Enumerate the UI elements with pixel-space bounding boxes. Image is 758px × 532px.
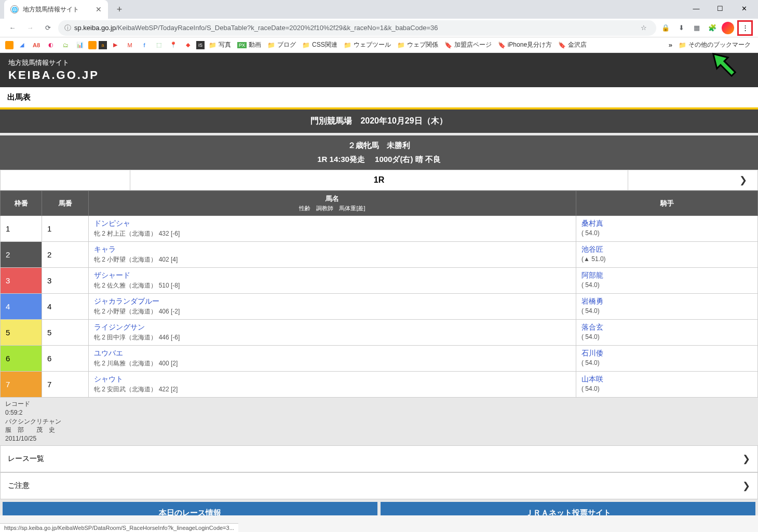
bookmark-icon[interactable]: f: [138, 40, 151, 50]
other-bookmarks[interactable]: 📁その他のブックマーク: [676, 40, 753, 49]
extension-icon[interactable]: 🧩: [706, 22, 719, 34]
waku-cell: 7: [1, 372, 42, 398]
jockey-link[interactable]: 石川倭: [581, 349, 603, 357]
bookmark-icon[interactable]: ⬚: [153, 40, 165, 50]
bookmark-item[interactable]: PX動画: [235, 40, 263, 49]
bookmark-folder[interactable]: 📁ウェブ関係: [395, 40, 440, 49]
horse-link[interactable]: ドンピシャ: [94, 219, 130, 227]
jockey-link[interactable]: 山本咲: [581, 375, 603, 383]
bookmarks-bar: ◢ A8 ◐ 🗂 📊 a ▶ M f ⬚ 📍 ◆ iS 📁写真 PX動画 📁ブロ…: [0, 37, 758, 53]
new-tab-button[interactable]: +: [112, 2, 127, 17]
bookmark-icon[interactable]: ◢: [16, 40, 28, 50]
record-line: レコード: [5, 400, 753, 408]
horse-link[interactable]: ライジングサン: [94, 323, 145, 331]
chevron-right-icon: ❯: [739, 174, 747, 186]
horse-detail: 牝 2 村上正（北海道） 432 [-6]: [94, 229, 571, 238]
jockey-link[interactable]: 池谷匠: [581, 245, 603, 253]
bookmark-icon[interactable]: 📊: [74, 40, 86, 50]
maximize-button[interactable]: ☐: [708, 0, 732, 17]
jockey-weight: ( 54.0): [581, 281, 752, 289]
uma-cell: 7: [42, 372, 89, 398]
close-icon[interactable]: ✕: [96, 5, 102, 13]
waku-cell: 5: [1, 320, 42, 346]
bookmark-folder[interactable]: 📁写真: [207, 40, 233, 49]
jockey-cell: 山本咲 ( 54.0): [576, 372, 758, 398]
bookmark-icon[interactable]: 🗂: [59, 40, 72, 50]
forward-button[interactable]: →: [23, 21, 37, 35]
horse-cell: ドンピシャ 牝 2 村上正（北海道） 432 [-6]: [89, 216, 576, 242]
back-button[interactable]: ←: [5, 21, 20, 35]
bookmark-overflow[interactable]: »: [669, 41, 672, 49]
waku-cell: 4: [1, 294, 42, 320]
today-race-button[interactable]: 本日のレース情報: [3, 502, 377, 515]
download-icon[interactable]: ⬇: [675, 22, 687, 34]
header-jockey: 騎手: [576, 191, 758, 216]
horse-link[interactable]: ザシャード: [94, 271, 130, 279]
site-subtitle: 地方競馬情報サイト: [8, 58, 750, 67]
bookmark-icon[interactable]: M: [124, 40, 136, 50]
race-nav-next[interactable]: ❯: [628, 170, 757, 190]
bookmark-icon[interactable]: [5, 41, 13, 49]
horse-cell: ユウバエ 牝 2 川島雅（北海道） 400 [2]: [89, 346, 576, 372]
plugin-icon[interactable]: ▦: [691, 22, 703, 34]
header-waku: 枠番: [1, 191, 42, 216]
bookmark-folder[interactable]: 📁ウェブツール: [342, 40, 393, 49]
bookmark-item[interactable]: 🔖iPhone見分け方: [496, 40, 554, 49]
bookmark-icon[interactable]: [88, 41, 97, 49]
jockey-cell: 岩橋勇 ( 54.0): [576, 294, 758, 320]
race-nav-prev[interactable]: [1, 170, 130, 190]
horse-cell: シャウト 牝 2 安田武（北海道） 422 [2]: [89, 372, 576, 398]
jockey-link[interactable]: 阿部龍: [581, 271, 603, 279]
star-icon[interactable]: ☆: [638, 22, 650, 34]
info-icon: ⓘ: [64, 23, 71, 33]
header-horse: 馬名性齢 調教師 馬体重[差]: [89, 191, 576, 216]
profile-avatar[interactable]: [722, 22, 734, 34]
jockey-link[interactable]: 落合玄: [581, 323, 603, 331]
bookmark-icon[interactable]: 📍: [167, 40, 180, 50]
bookmark-icon[interactable]: ▶: [109, 40, 121, 50]
chevron-right-icon: ❯: [742, 453, 750, 465]
horse-link[interactable]: ジャカランダブルー: [94, 297, 159, 305]
bookmark-folder[interactable]: 📁CSS関連: [300, 40, 340, 49]
browser-tab[interactable]: 🌐 地方競馬情報サイト ✕: [4, 0, 108, 19]
record-line: 2011/10/25: [5, 434, 753, 443]
uma-cell: 5: [42, 320, 89, 346]
bookmark-icon[interactable]: iS: [196, 41, 205, 49]
table-row: 2 2 キャラ 牝 2 小野望（北海道） 402 [4] 池谷匠 (▲ 51.0…: [1, 242, 758, 268]
horse-link[interactable]: シャウト: [94, 375, 123, 383]
notice-accordion[interactable]: ご注意 ❯: [0, 472, 758, 499]
race-list-accordion[interactable]: レース一覧 ❯: [0, 445, 758, 472]
url-input[interactable]: ⓘ sp.keiba.go.jp/KeibaWebSP/TodayRaceInf…: [58, 20, 656, 36]
lock-icon[interactable]: 🔒: [659, 22, 672, 34]
horse-cell: ザシャード 牝 2 佐久雅（北海道） 510 [-8]: [89, 268, 576, 294]
bookmark-icon[interactable]: ◆: [182, 40, 194, 50]
jockey-link[interactable]: 桑村真: [581, 219, 603, 227]
jockey-cell: 桑村真 ( 54.0): [576, 216, 758, 242]
horse-link[interactable]: ユウバエ: [94, 349, 123, 357]
waku-cell: 6: [1, 346, 42, 372]
horse-detail: 牝 2 田中淳（北海道） 446 [-6]: [94, 333, 571, 342]
bookmark-icon[interactable]: A8: [30, 40, 43, 50]
bookmark-icon[interactable]: ◐: [45, 40, 57, 50]
minimize-button[interactable]: —: [684, 0, 708, 17]
race-class: ２歳牝馬 未勝利: [5, 141, 753, 151]
browser-menu-button[interactable]: ⋮: [737, 20, 753, 36]
jra-vote-button[interactable]: ＪＲＡネット投票サイト: [381, 502, 755, 515]
horse-link[interactable]: キャラ: [94, 245, 116, 253]
bookmark-item[interactable]: 🔖金沢店: [556, 40, 589, 49]
horses-table: 枠番 馬番 馬名性齢 調教師 馬体重[差] 騎手 1 1 ドンピシャ 牝 2 村…: [0, 190, 758, 398]
bookmark-item[interactable]: 🔖加盟店ページ: [442, 40, 494, 49]
reload-button[interactable]: ⟳: [40, 21, 55, 35]
table-row: 4 4 ジャカランダブルー 牝 2 小野望（北海道） 406 [-2] 岩橋勇 …: [1, 294, 758, 320]
race-conditions: 1R 14:30発走 1000ダ(右) 晴 不良: [5, 155, 753, 165]
waku-cell: 2: [1, 242, 42, 268]
bookmark-icon[interactable]: a: [99, 41, 107, 49]
jockey-cell: 石川倭 ( 54.0): [576, 346, 758, 372]
bookmark-folder[interactable]: 📁ブログ: [265, 40, 298, 49]
jockey-link[interactable]: 岩橋勇: [581, 297, 603, 305]
waku-cell: 1: [1, 216, 42, 242]
horse-cell: キャラ 牝 2 小野望（北海道） 402 [4]: [89, 242, 576, 268]
close-window-button[interactable]: ✕: [732, 0, 756, 17]
jockey-cell: 落合玄 ( 54.0): [576, 320, 758, 346]
race-detail: ２歳牝馬 未勝利 1R 14:30発走 1000ダ(右) 晴 不良: [0, 135, 758, 170]
